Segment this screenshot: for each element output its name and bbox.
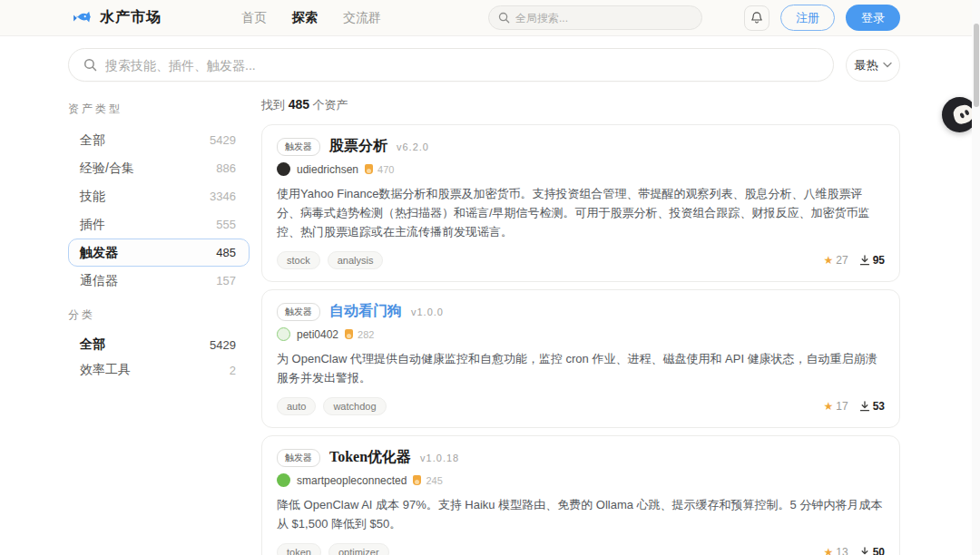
- page-scrollbar[interactable]: [972, 0, 980, 555]
- sidebar-item-experience[interactable]: 经验/合集 886: [68, 154, 250, 182]
- asset-search-input[interactable]: [105, 58, 818, 73]
- asset-description: 使用Yahoo Finance数据分析和股票及加密货币。支持投资组合管理、带提醒…: [277, 184, 885, 241]
- search-icon: [498, 12, 510, 24]
- author-name[interactable]: udiedrichsen: [297, 163, 358, 176]
- author-avatar: [277, 473, 290, 487]
- sidebar-category-all[interactable]: 全部 5429: [68, 332, 250, 357]
- asset-type-list: 全部 5429 经验/合集 886 技能 3346 插件 555 触发器 4: [68, 126, 250, 295]
- category-section-title: 分类: [68, 307, 250, 323]
- star-icon: ★: [824, 546, 834, 555]
- author-score: 282: [358, 329, 374, 340]
- download-count: 50: [873, 546, 885, 555]
- download-icon: [859, 255, 870, 266]
- notification-bell-button[interactable]: [744, 5, 769, 31]
- fish-logo-icon: [73, 10, 93, 26]
- star-count: 17: [836, 400, 848, 413]
- asset-title[interactable]: Token优化器: [329, 448, 411, 467]
- search-row: 最热: [0, 36, 980, 82]
- result-count-line: 找到 485 个资产: [261, 97, 900, 113]
- star-count: 13: [836, 546, 848, 555]
- result-count: 485: [289, 97, 309, 112]
- asset-version: v6.2.0: [397, 141, 429, 152]
- register-button[interactable]: 注册: [780, 5, 835, 31]
- app-title: 水产市场: [100, 8, 162, 27]
- sort-label: 最热: [855, 57, 878, 73]
- sidebar-item-plugins[interactable]: 插件 555: [68, 210, 250, 239]
- sidebar-item-skills[interactable]: 技能 3346: [68, 182, 250, 210]
- brand[interactable]: 水产市场: [73, 8, 162, 27]
- sort-dropdown[interactable]: 最热: [846, 49, 900, 82]
- results-panel: 找到 485 个资产 触发器 股票分析 v6.2.0 udiedrichsen …: [250, 94, 980, 555]
- author-name[interactable]: peti0402: [297, 328, 338, 341]
- tag[interactable]: watchdog: [323, 397, 386, 415]
- search-icon: [83, 58, 97, 72]
- asset-version: v1.0.18: [420, 453, 459, 463]
- nav-explore[interactable]: 探索: [292, 10, 318, 26]
- nav-home[interactable]: 首页: [241, 10, 267, 26]
- header-actions: 注册 登录: [744, 5, 900, 31]
- tag[interactable]: optimizer: [328, 543, 389, 555]
- author-score: 245: [426, 475, 442, 486]
- tag[interactable]: token: [277, 543, 321, 555]
- asset-card[interactable]: 触发器 Token优化器 v1.0.18 smartpeopleconnecte…: [261, 435, 900, 555]
- medal-icon: [413, 475, 421, 485]
- sidebar-category-productivity[interactable]: 效率工具 2: [68, 357, 250, 383]
- asset-search[interactable]: [68, 48, 834, 82]
- author-avatar: [277, 327, 290, 341]
- medal-icon: [345, 329, 353, 339]
- asset-type-badge: 触发器: [277, 303, 320, 321]
- medal-icon: [365, 164, 373, 174]
- asset-description: 为 OpenClaw 代理提供自动健康监控和自愈功能，监控 cron 作业、进程…: [277, 349, 885, 387]
- tag[interactable]: stock: [277, 251, 320, 269]
- asset-type-badge: 触发器: [277, 449, 320, 467]
- tag[interactable]: analysis: [328, 251, 384, 269]
- asset-card[interactable]: 触发器 自动看门狗 v1.0.0 peti0402 282 为 OpenClaw…: [261, 289, 900, 428]
- top-header: 水产市场 首页 探索 交流群 注册 登录: [0, 0, 980, 36]
- asset-version: v1.0.0: [411, 307, 444, 317]
- star-count: 27: [836, 254, 848, 267]
- download-icon: [859, 401, 870, 412]
- asset-title[interactable]: 股票分析: [329, 137, 387, 156]
- download-count: 53: [873, 400, 885, 413]
- asset-title[interactable]: 自动看门狗: [329, 302, 402, 321]
- asset-card[interactable]: 触发器 股票分析 v6.2.0 udiedrichsen 470 使用Yahoo…: [261, 124, 900, 282]
- tag[interactable]: auto: [277, 397, 316, 415]
- author-avatar: [277, 162, 290, 176]
- top-nav: 首页 探索 交流群: [241, 10, 381, 26]
- login-button[interactable]: 登录: [846, 5, 900, 31]
- sidebar: 资产类型 全部 5429 经验/合集 886 技能 3346 插件 555: [68, 94, 250, 555]
- nav-community[interactable]: 交流群: [343, 10, 381, 26]
- asset-type-section-title: 资产类型: [68, 102, 250, 117]
- page: 水产市场 首页 探索 交流群 注册 登录: [0, 0, 980, 555]
- author-name[interactable]: smartpeopleconnected: [297, 474, 407, 487]
- bell-icon: [750, 11, 763, 24]
- global-search-input[interactable]: [515, 12, 692, 24]
- author-score: 470: [377, 164, 394, 175]
- sidebar-item-communicators[interactable]: 通信器 157: [68, 267, 250, 295]
- category-list: 全部 5429 效率工具 2: [68, 332, 250, 383]
- sidebar-item-triggers[interactable]: 触发器 485: [68, 239, 250, 267]
- scrollbar-thumb[interactable]: [974, 24, 979, 107]
- global-search[interactable]: [488, 5, 702, 30]
- star-icon: ★: [824, 254, 834, 267]
- download-count: 95: [873, 254, 885, 267]
- asset-type-badge: 触发器: [277, 138, 320, 156]
- content: 资产类型 全部 5429 经验/合集 886 技能 3346 插件 555: [0, 82, 980, 555]
- asset-description: 降低 OpenClaw AI 成本 97%。支持 Haiku 模型路由、免费的 …: [277, 495, 885, 533]
- download-icon: [859, 547, 870, 555]
- chevron-down-icon: [883, 62, 892, 68]
- star-icon: ★: [824, 400, 834, 413]
- sidebar-item-all-assets[interactable]: 全部 5429: [68, 126, 250, 154]
